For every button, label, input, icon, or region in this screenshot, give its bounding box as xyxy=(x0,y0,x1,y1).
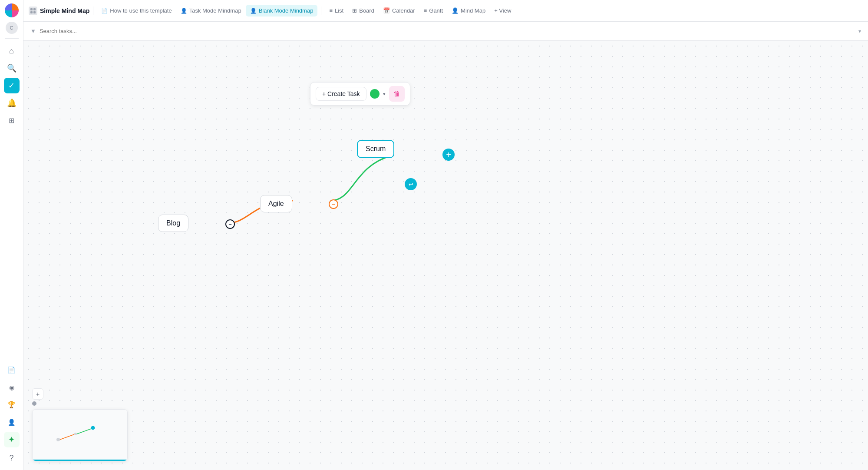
sidebar-item-docs[interactable]: 📄 xyxy=(4,362,20,378)
tab-calendar-icon: 📅 xyxy=(383,7,390,14)
tab-calendar[interactable]: 📅 Calendar xyxy=(379,5,419,17)
sidebar-item-home[interactable]: ⌂ xyxy=(4,43,20,59)
tab-how-to-icon: 📄 xyxy=(101,8,108,14)
create-task-label: + Create Task xyxy=(322,90,360,97)
scrum-expand-button[interactable]: ↩ xyxy=(405,178,417,190)
sidebar-item-dashboard[interactable]: ⊞ xyxy=(4,113,20,128)
search-input[interactable] xyxy=(40,28,855,34)
svg-point-6 xyxy=(91,426,95,430)
sidebar-item-help[interactable]: ? xyxy=(4,450,20,466)
app-title: Simple Mind Map xyxy=(40,7,89,14)
tab-add-view-label: + View xyxy=(494,7,511,14)
sidebar-item-goals[interactable]: 🏆 xyxy=(4,397,20,413)
filter-dropdown-icon[interactable]: ▾ xyxy=(858,28,861,34)
filter-icon: ▼ xyxy=(30,28,36,34)
node-blog-label: Blog xyxy=(166,219,180,227)
collapse-minus-icon: − xyxy=(228,221,232,228)
tab-list[interactable]: ≡ List xyxy=(325,5,348,17)
tab-blank-mode[interactable]: 👤 Blank Mode Mindmap xyxy=(246,5,318,17)
tab-gantt-label: Gantt xyxy=(429,7,443,14)
zoom-in-button[interactable]: + xyxy=(32,388,43,400)
tab-how-to-label: How to use this template xyxy=(110,7,172,14)
canvas: + Create Task ▾ 🗑 Blog − Agile − Scrum xyxy=(23,41,868,470)
tab-blank-mode-icon: 👤 xyxy=(250,8,257,14)
svg-point-5 xyxy=(74,433,77,435)
svg-rect-2 xyxy=(30,11,33,13)
sidebar-item-invite[interactable]: 👤 xyxy=(4,414,20,430)
tab-task-mode[interactable]: 👤 Task Mode Mindmap xyxy=(176,5,246,17)
trash-icon: 🗑 xyxy=(393,90,400,98)
tab-board[interactable]: ⊞ Board xyxy=(348,5,379,17)
node-agile[interactable]: Agile xyxy=(260,195,292,212)
mindmap-connectors xyxy=(23,41,868,470)
sidebar-item-search[interactable]: 🔍 xyxy=(4,60,20,76)
svg-rect-3 xyxy=(33,11,36,13)
sidebar-item-notifications[interactable]: 🔔 xyxy=(4,95,20,111)
mindmap-toolbar: + Create Task ▾ 🗑 xyxy=(310,82,410,106)
tabs-separator xyxy=(321,7,321,15)
create-task-button[interactable]: + Create Task xyxy=(316,87,366,101)
sidebar-item-clickup-icon[interactable]: C xyxy=(6,22,18,34)
status-dot[interactable] xyxy=(370,89,380,99)
tab-list-label: List xyxy=(335,7,343,14)
tab-board-label: Board xyxy=(359,7,374,14)
sidebar-divider-top xyxy=(5,38,19,39)
status-caret-icon[interactable]: ▾ xyxy=(383,91,386,97)
tab-task-mode-label: Task Mode Mindmap xyxy=(189,7,241,14)
space-icon xyxy=(29,7,37,15)
app-logo xyxy=(5,3,19,17)
svg-rect-0 xyxy=(30,8,33,10)
tab-blank-mode-label: Blank Mode Mindmap xyxy=(259,7,314,14)
agile-collapse-minus-icon: − xyxy=(332,201,335,208)
scrum-add-button[interactable]: + xyxy=(442,149,455,161)
sidebar-item-tasks[interactable]: ✓ xyxy=(4,78,20,93)
node-scrum-label: Scrum xyxy=(366,145,386,152)
tab-board-icon: ⊞ xyxy=(352,7,357,14)
svg-point-4 xyxy=(56,438,60,441)
svg-rect-1 xyxy=(33,8,36,10)
tab-mind-map-label: Mind Map xyxy=(461,7,485,14)
minimap xyxy=(32,409,128,461)
title-separator xyxy=(93,7,93,15)
sidebar-item-pulse[interactable]: ◉ xyxy=(4,380,20,395)
minimap-controls: + xyxy=(32,388,43,406)
svg-line-7 xyxy=(60,434,74,440)
tab-gantt[interactable]: ≡ Gantt xyxy=(419,5,447,17)
tab-gantt-icon: ≡ xyxy=(424,7,427,14)
tab-add-view[interactable]: + View xyxy=(490,5,515,17)
node-scrum[interactable]: Scrum xyxy=(357,140,394,158)
tab-mind-map-icon: 👤 xyxy=(452,7,459,14)
agile-collapse-btn[interactable]: − xyxy=(329,199,338,209)
tab-mind-map[interactable]: 👤 Mind Map xyxy=(447,5,490,17)
mindmap-container: + Create Task ▾ 🗑 Blog − Agile − Scrum xyxy=(23,41,868,470)
sidebar: C ⌂ 🔍 ✓ 🔔 ⊞ 📄 ◉ 🏆 👤 ✦ ? xyxy=(0,0,23,470)
svg-line-8 xyxy=(77,429,91,434)
node-agile-label: Agile xyxy=(268,200,284,207)
zoom-indicator xyxy=(32,401,36,406)
delete-button[interactable]: 🗑 xyxy=(389,86,405,102)
filterbar: ▼ ▾ xyxy=(23,22,868,41)
tab-how-to[interactable]: 📄 How to use this template xyxy=(97,5,176,17)
tab-list-icon: ≡ xyxy=(329,7,333,14)
topbar: Simple Mind Map 📄 How to use this templa… xyxy=(23,0,868,22)
tab-calendar-label: Calendar xyxy=(392,7,415,14)
tab-task-mode-icon: 👤 xyxy=(181,8,187,14)
node-blog[interactable]: Blog xyxy=(158,215,188,232)
blog-collapse-btn[interactable]: − xyxy=(225,219,235,229)
sidebar-item-add[interactable]: ✦ xyxy=(4,432,20,447)
